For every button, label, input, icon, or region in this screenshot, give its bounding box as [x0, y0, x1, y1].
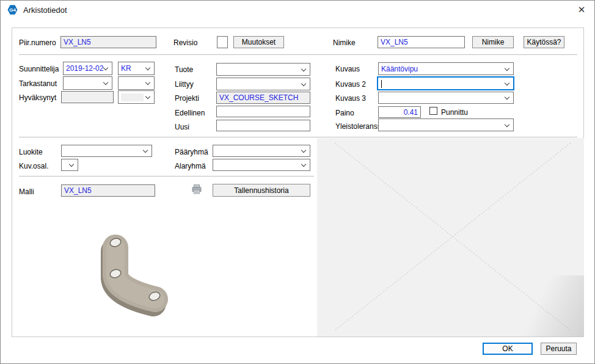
kuvaus3-combo[interactable]	[378, 92, 514, 104]
kuvaus2-combo[interactable]	[377, 76, 514, 90]
suunnittelija-initials-combo[interactable]: KR	[118, 62, 155, 75]
kuv-osal-label: Kuv.osal.	[19, 162, 48, 170]
printer-icon	[191, 184, 202, 195]
chevron-down-icon	[103, 80, 108, 85]
yleistoleranssi-label: Yleistoleranssi	[335, 122, 382, 131]
tuote-label: Tuote	[175, 65, 193, 74]
luokite-combo[interactable]	[61, 145, 152, 157]
chevron-down-icon	[301, 66, 306, 71]
alaryhma-combo[interactable]	[213, 159, 310, 171]
paino-field[interactable]: 0.41	[378, 106, 421, 118]
window-title: Arkistotiedot	[23, 5, 67, 15]
kuvaus-value: Kääntövipu	[381, 65, 418, 73]
chevron-down-icon	[143, 148, 148, 153]
yleistoleranssi-combo[interactable]	[378, 118, 514, 131]
punnittu-checkbox[interactable]	[429, 107, 437, 115]
paaryhma-combo[interactable]	[213, 145, 310, 157]
edellinen-label: Edellinen	[175, 109, 205, 117]
model-preview-image	[62, 210, 207, 329]
muutokset-button[interactable]: Muutokset	[233, 36, 284, 48]
alaryhma-label: Alaryhmä	[175, 162, 206, 170]
malli-label: Malli	[19, 187, 34, 196]
paaryhma-label: Pääryhmä	[175, 148, 208, 156]
text-caret	[381, 80, 382, 88]
suunnittelija-label: Suunnittelija	[19, 65, 59, 73]
chevron-down-icon	[145, 94, 150, 99]
chevron-down-icon	[301, 148, 306, 153]
chevron-down-icon	[145, 80, 150, 85]
l-bracket-lever-3d-icon	[62, 210, 207, 329]
tuote-combo[interactable]	[216, 63, 310, 76]
tarkastanut-label: Tarkastanut	[19, 79, 57, 88]
kaytossa-button[interactable]: Käytössä?	[524, 36, 564, 48]
kuvaus-label: Kuvaus	[335, 65, 360, 73]
luokite-label: Luokite	[19, 148, 43, 156]
tarkastanut-date-combo[interactable]	[63, 76, 112, 90]
suunnittelija-initials-value: KR	[121, 64, 131, 73]
nimike-field[interactable]: VX_LN5	[378, 36, 465, 48]
revisio-field[interactable]	[217, 36, 228, 48]
chevron-down-icon	[505, 122, 509, 126]
kuv-osal-combo[interactable]	[61, 159, 78, 171]
chevron-down-icon	[301, 81, 306, 86]
peruuta-button[interactable]: Peruuta	[541, 343, 577, 355]
drawing-preview-placeholder	[317, 138, 584, 337]
kuvaus-combo[interactable]: Kääntövipu	[378, 62, 514, 75]
liittyy-combo[interactable]	[216, 78, 310, 90]
title-bar: G4 Arkistotiedot ✕	[1, 1, 594, 19]
close-icon[interactable]: ✕	[574, 2, 590, 17]
hyvaksynyt-initials-combo[interactable]	[118, 90, 155, 104]
piir-numero-label: Piir.numero	[19, 38, 56, 47]
chevron-down-icon	[145, 65, 150, 70]
suunnittelija-date-value: 2019-12-02	[66, 64, 103, 73]
nimike-button[interactable]: Nimike	[472, 36, 514, 48]
hyvaksynyt-initials-readonly-area	[121, 93, 144, 101]
hyvaksynyt-label: Hyväksynyt	[19, 93, 56, 102]
edellinen-field[interactable]	[216, 106, 310, 117]
tallennushistoria-button[interactable]: Tallennushistoria	[213, 184, 310, 197]
g4-app-icon: G4	[7, 5, 18, 15]
watermark	[517, 275, 584, 337]
hyvaksynyt-date-field	[61, 91, 114, 103]
separator-middle	[19, 137, 577, 137]
paino-label: Paino	[335, 109, 354, 117]
kuvaus3-label: Kuvaus 3	[335, 94, 366, 103]
arkistotiedot-dialog: G4 Arkistotiedot ✕ Piir.numero VX_LN5 Re…	[0, 0, 595, 364]
uusi-field[interactable]	[216, 120, 310, 131]
projekti-label: Projekti	[175, 94, 199, 103]
uusi-label: Uusi	[175, 123, 189, 131]
suunnittelija-date-combo[interactable]: 2019-12-02	[63, 62, 112, 75]
chevron-down-icon	[69, 162, 74, 167]
kuvaus2-label: Kuvaus 2	[335, 80, 366, 89]
tarkastanut-initials-combo[interactable]	[118, 76, 155, 90]
chevron-down-icon	[103, 65, 108, 70]
nimike-label: Nimike	[333, 38, 356, 47]
revisio-label: Revisio	[173, 38, 197, 47]
chevron-down-icon	[301, 162, 306, 167]
piir-numero-field: VX_LN5	[60, 36, 156, 48]
chevron-down-icon	[505, 95, 509, 100]
projekti-field: VX_COURSE_SKETCH	[216, 92, 310, 104]
liittyy-label: Liittyy	[175, 80, 194, 89]
chevron-down-icon	[505, 80, 509, 85]
separator-top	[19, 54, 577, 55]
separator-classification	[19, 176, 314, 177]
chevron-down-icon	[505, 65, 509, 70]
ok-button[interactable]: OK	[483, 343, 533, 355]
malli-field: VX_LN5	[61, 184, 155, 197]
punnittu-label: Punnittu	[441, 108, 468, 117]
